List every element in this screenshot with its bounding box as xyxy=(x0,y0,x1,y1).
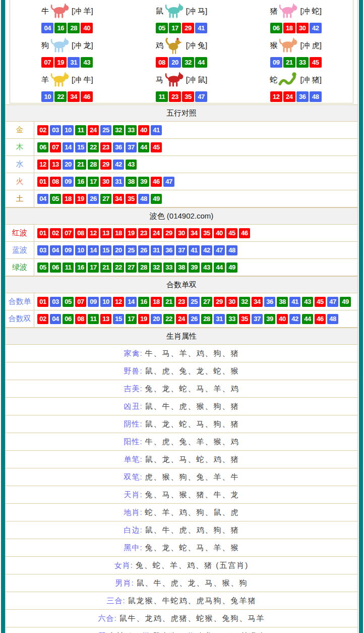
attribute-row: 天肖:兔、马、猴、猪、牛、龙 xyxy=(6,486,357,504)
number-row: 合数单0103050709101214161821232527293032343… xyxy=(6,293,357,310)
ball-list: 0103050709101214161821232527293032343638… xyxy=(37,297,351,307)
attribute-value: 鼠、虎、兔、龙、蛇、猴 xyxy=(145,366,239,376)
attribute-row: 白边:鼠、牛、虎、鸡、狗、猪 xyxy=(6,521,357,539)
attribute-label: 男肖: xyxy=(115,578,134,588)
row-label-text: 红波 xyxy=(12,228,27,238)
number-ball: 24 xyxy=(88,125,99,135)
ball-list: 0102070812131819232429303435404546 xyxy=(37,228,250,238)
number-ball: 19 xyxy=(54,57,67,68)
number-ball: 27 xyxy=(201,297,212,307)
attribute-label: 单笔: xyxy=(124,455,142,464)
zodiac-cell: 蛇[冲 猪]12243648 xyxy=(238,69,353,103)
row-label: 合数双 xyxy=(6,310,34,327)
number-ball: 03 xyxy=(50,297,61,307)
number-ball: 30 xyxy=(176,228,187,238)
number-ball: 39 xyxy=(189,262,200,273)
attribute-value: 鼠、牛、虎、猴、狗、猪 xyxy=(145,402,239,411)
number-ball: 04 xyxy=(41,23,53,33)
ball-list: 05061116172122272832333839434449 xyxy=(37,262,237,273)
number-ball: 24 xyxy=(151,228,162,238)
zodiac-numbers: 04162840 xyxy=(41,23,93,33)
attribute-label: 野兽: xyxy=(124,366,142,376)
attribute-row: 双笔:虎、猴、狗、兔、羊、牛 xyxy=(6,468,357,486)
goat-icon xyxy=(49,71,71,88)
zodiac-panel: 牛[冲 羊]04162840鼠[冲 马]05172941猪[冲 蛇]061830… xyxy=(10,0,353,103)
number-ball: 35 xyxy=(239,314,250,324)
number-ball: 33 xyxy=(296,57,309,68)
number-ball: 04 xyxy=(50,245,61,255)
number-ball: 32 xyxy=(151,262,162,273)
row-label-text: 绿波 xyxy=(12,262,27,272)
number-ball: 37 xyxy=(176,245,187,255)
arts-label: 画: xyxy=(230,631,239,633)
number-ball: 41 xyxy=(151,125,162,135)
number-ball: 40 xyxy=(277,314,288,324)
number-ball: 20 xyxy=(151,314,162,324)
number-ball: 47 xyxy=(214,245,225,255)
number-ball: 13 xyxy=(100,228,111,238)
zodiac-numbers: 12243648 xyxy=(270,91,322,102)
number-ball: 01 xyxy=(37,228,48,238)
number-ball: 15 xyxy=(75,142,86,152)
number-row: 红波0102070812131819232429303435404546 xyxy=(6,225,357,242)
row-label: 绿波 xyxy=(6,259,34,276)
attribute-row: 六合:鼠牛、龙鸡、虎猪、蛇猴、兔狗、马羊 xyxy=(6,610,357,627)
zodiac-clash: [冲 猪] xyxy=(300,75,322,85)
attribute-value: 虎、猴、狗、兔、羊、牛 xyxy=(145,472,239,482)
attribute-value: 蛇、羊、鸡、狗、鼠、虎 xyxy=(145,508,239,517)
number-ball: 37 xyxy=(252,314,263,324)
number-ball: 05 xyxy=(156,23,168,33)
number-ball: 34 xyxy=(68,91,80,102)
zodiac-name-row: 鸡[冲 兔] xyxy=(156,35,208,56)
number-ball: 22 xyxy=(163,314,174,324)
number-ball: 37 xyxy=(126,142,137,152)
number-ball: 05 xyxy=(50,194,61,204)
number-ball: 49 xyxy=(226,262,237,273)
number-ball: 10 xyxy=(41,91,53,102)
ball-list: 0108091617303138394647 xyxy=(37,177,174,187)
number-ball: 13 xyxy=(50,160,61,170)
attribute-label: 家禽: xyxy=(124,349,142,358)
zodiac-cell: 狗[冲 龙]07193143 xyxy=(10,34,125,69)
number-ball: 26 xyxy=(189,314,200,324)
zodiac-name-row: 鼠[冲 马] xyxy=(156,1,208,21)
arts-value: 鼠牛狗 xyxy=(153,631,177,633)
number-ball: 40 xyxy=(138,125,149,135)
pig-icon xyxy=(278,3,299,20)
number-ball: 23 xyxy=(138,228,149,238)
number-ball: 16 xyxy=(75,177,86,187)
arts-label: 书: xyxy=(186,631,196,633)
ball-list: 02031011242532334041 xyxy=(37,125,162,135)
attribute-row: 单笔:鼠、龙、马、蛇、鸡、猪 xyxy=(6,451,357,468)
number-ball: 36 xyxy=(113,142,124,152)
snake-icon xyxy=(278,72,299,88)
number-ball: 12 xyxy=(88,228,99,238)
number-ball: 49 xyxy=(340,297,351,307)
number-ball: 06 xyxy=(50,262,61,273)
number-row: 土04051819262734354849 xyxy=(6,190,357,207)
number-ball: 11 xyxy=(88,314,99,324)
number-ball: 47 xyxy=(163,177,174,187)
zodiac-name-row: 马[冲 鼠] xyxy=(156,70,208,90)
five-elements-section-header: 五行对照 xyxy=(6,104,357,122)
row-label: 合数单 xyxy=(6,293,34,310)
number-row: 水1213202128294243 xyxy=(6,156,357,173)
zodiac-name: 猴 xyxy=(270,41,277,50)
attribute-value: 兔、龙、蛇、马、羊、鸡 xyxy=(145,384,239,394)
number-ball: 27 xyxy=(126,262,137,273)
attribute-value: 兔、龙、蛇、马、羊、猴 xyxy=(145,543,239,553)
attribute-label: 女肖: xyxy=(114,561,133,570)
number-ball: 12 xyxy=(37,160,48,170)
number-ball: 47 xyxy=(327,297,338,307)
attribute-row: 女肖:兔、蛇、羊、鸡、猪 (五宫肖) xyxy=(6,557,357,574)
zodiac-clash: [冲 虎] xyxy=(300,41,322,50)
zodiac-clash: [冲 羊] xyxy=(72,7,93,16)
number-ball: 03 xyxy=(37,245,48,255)
zodiac-clash: [冲 马] xyxy=(186,7,208,16)
number-row: 木06071415222336374445 xyxy=(6,139,357,156)
number-ball: 06 xyxy=(63,314,74,324)
row-label-text: 合数单 xyxy=(9,297,31,306)
number-ball: 33 xyxy=(163,262,174,273)
number-ball: 14 xyxy=(63,142,74,152)
row-label-text: 火 xyxy=(16,177,24,186)
